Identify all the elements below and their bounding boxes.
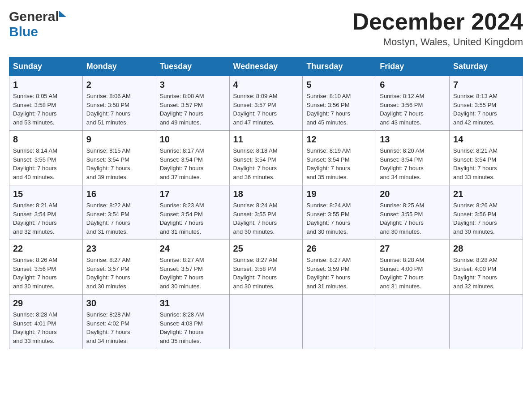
day-number: 25 [233, 244, 299, 254]
calendar-cell: 31Sunrise: 8:28 AMSunset: 4:03 PMDayligh… [156, 295, 229, 349]
calendar-week-row: 1Sunrise: 8:05 AMSunset: 3:58 PMDaylight… [9, 76, 523, 131]
day-info: Sunrise: 8:28 AMSunset: 4:02 PMDaylight:… [86, 310, 152, 345]
day-info: Sunrise: 8:21 AMSunset: 3:54 PMDaylight:… [13, 201, 79, 236]
calendar-header-saturday: Saturday [450, 57, 523, 76]
day-number: 17 [160, 189, 226, 199]
day-number: 23 [86, 244, 152, 254]
day-info: Sunrise: 8:27 AMSunset: 3:58 PMDaylight:… [233, 256, 299, 291]
day-number: 4 [233, 80, 299, 90]
calendar-cell: 14Sunrise: 8:21 AMSunset: 3:54 PMDayligh… [450, 131, 523, 185]
day-info: Sunrise: 8:17 AMSunset: 3:54 PMDaylight:… [160, 146, 226, 181]
calendar-cell: 26Sunrise: 8:27 AMSunset: 3:59 PMDayligh… [303, 240, 376, 295]
calendar-cell: 2Sunrise: 8:06 AMSunset: 3:58 PMDaylight… [82, 76, 156, 131]
calendar-cell: 24Sunrise: 8:27 AMSunset: 3:57 PMDayligh… [156, 240, 229, 295]
calendar-cell [376, 295, 450, 349]
day-info: Sunrise: 8:27 AMSunset: 3:59 PMDaylight:… [306, 256, 372, 291]
day-info: Sunrise: 8:20 AMSunset: 3:54 PMDaylight:… [380, 146, 446, 181]
day-number: 14 [453, 134, 519, 145]
day-info: Sunrise: 8:24 AMSunset: 3:55 PMDaylight:… [306, 201, 372, 236]
day-number: 16 [86, 189, 152, 199]
calendar-week-row: 29Sunrise: 8:28 AMSunset: 4:01 PMDayligh… [9, 295, 523, 349]
day-number: 10 [160, 134, 226, 145]
calendar-header-sunday: Sunday [9, 57, 83, 76]
calendar-cell: 9Sunrise: 8:15 AMSunset: 3:54 PMDaylight… [82, 131, 156, 185]
day-number: 31 [160, 298, 226, 308]
day-info: Sunrise: 8:27 AMSunset: 3:57 PMDaylight:… [86, 256, 152, 291]
calendar-cell: 21Sunrise: 8:26 AMSunset: 3:56 PMDayligh… [450, 185, 523, 240]
logo-blue-text: Blue [9, 24, 38, 39]
day-number: 12 [306, 134, 372, 145]
day-number: 19 [306, 189, 372, 199]
calendar-cell: 19Sunrise: 8:24 AMSunset: 3:55 PMDayligh… [303, 185, 376, 240]
day-info: Sunrise: 8:25 AMSunset: 3:55 PMDaylight:… [380, 201, 446, 236]
calendar-cell: 5Sunrise: 8:10 AMSunset: 3:56 PMDaylight… [303, 76, 376, 131]
day-number: 15 [13, 189, 79, 199]
day-number: 27 [380, 244, 446, 254]
day-info: Sunrise: 8:26 AMSunset: 3:56 PMDaylight:… [453, 201, 519, 236]
calendar-cell: 28Sunrise: 8:28 AMSunset: 4:00 PMDayligh… [450, 240, 523, 295]
calendar-week-row: 15Sunrise: 8:21 AMSunset: 3:54 PMDayligh… [9, 185, 523, 240]
calendar-cell: 3Sunrise: 8:08 AMSunset: 3:57 PMDaylight… [156, 76, 229, 131]
day-number: 30 [86, 298, 152, 308]
day-info: Sunrise: 8:05 AMSunset: 3:58 PMDaylight:… [13, 92, 79, 127]
day-info: Sunrise: 8:12 AMSunset: 3:56 PMDaylight:… [380, 92, 446, 127]
day-number: 2 [86, 80, 152, 90]
day-info: Sunrise: 8:23 AMSunset: 3:54 PMDaylight:… [160, 201, 226, 236]
calendar-cell: 12Sunrise: 8:19 AMSunset: 3:54 PMDayligh… [303, 131, 376, 185]
day-info: Sunrise: 8:24 AMSunset: 3:55 PMDaylight:… [233, 201, 299, 236]
day-info: Sunrise: 8:08 AMSunset: 3:57 PMDaylight:… [160, 92, 226, 127]
page-header: General Blue December 2024 Mostyn, Wales… [9, 9, 523, 48]
day-number: 22 [13, 244, 79, 254]
calendar-header-friday: Friday [376, 57, 450, 76]
logo-general-text: General [9, 9, 59, 24]
calendar-cell: 8Sunrise: 8:14 AMSunset: 3:55 PMDaylight… [9, 131, 83, 185]
day-info: Sunrise: 8:28 AMSunset: 4:03 PMDaylight:… [160, 310, 226, 345]
calendar-cell: 16Sunrise: 8:22 AMSunset: 3:54 PMDayligh… [82, 185, 156, 240]
calendar-cell: 18Sunrise: 8:24 AMSunset: 3:55 PMDayligh… [229, 185, 303, 240]
day-info: Sunrise: 8:14 AMSunset: 3:55 PMDaylight:… [13, 146, 79, 181]
calendar-cell: 23Sunrise: 8:27 AMSunset: 3:57 PMDayligh… [82, 240, 156, 295]
calendar-cell: 11Sunrise: 8:18 AMSunset: 3:54 PMDayligh… [229, 131, 303, 185]
day-info: Sunrise: 8:10 AMSunset: 3:56 PMDaylight:… [306, 92, 372, 127]
calendar-header-thursday: Thursday [303, 57, 376, 76]
day-info: Sunrise: 8:22 AMSunset: 3:54 PMDaylight:… [86, 201, 152, 236]
day-info: Sunrise: 8:28 AMSunset: 4:00 PMDaylight:… [380, 256, 446, 291]
logo-arrow-icon [59, 11, 66, 17]
day-number: 26 [306, 244, 372, 254]
calendar-cell: 15Sunrise: 8:21 AMSunset: 3:54 PMDayligh… [9, 185, 83, 240]
day-info: Sunrise: 8:26 AMSunset: 3:56 PMDaylight:… [13, 256, 79, 291]
month-title: December 2024 [352, 9, 523, 34]
day-number: 13 [380, 134, 446, 145]
calendar-header-row: SundayMondayTuesdayWednesdayThursdayFrid… [9, 57, 523, 76]
day-number: 11 [233, 134, 299, 145]
calendar-cell: 13Sunrise: 8:20 AMSunset: 3:54 PMDayligh… [376, 131, 450, 185]
calendar-cell: 7Sunrise: 8:13 AMSunset: 3:55 PMDaylight… [450, 76, 523, 131]
calendar-cell: 20Sunrise: 8:25 AMSunset: 3:55 PMDayligh… [376, 185, 450, 240]
day-number: 9 [86, 134, 152, 145]
day-number: 5 [306, 80, 372, 90]
day-number: 21 [453, 189, 519, 199]
calendar-cell: 1Sunrise: 8:05 AMSunset: 3:58 PMDaylight… [9, 76, 83, 131]
day-info: Sunrise: 8:09 AMSunset: 3:57 PMDaylight:… [233, 92, 299, 127]
day-info: Sunrise: 8:13 AMSunset: 3:55 PMDaylight:… [453, 92, 519, 127]
day-number: 7 [453, 80, 519, 90]
calendar-week-row: 22Sunrise: 8:26 AMSunset: 3:56 PMDayligh… [9, 240, 523, 295]
calendar-cell: 17Sunrise: 8:23 AMSunset: 3:54 PMDayligh… [156, 185, 229, 240]
day-number: 1 [13, 80, 79, 90]
calendar-header-monday: Monday [82, 57, 156, 76]
day-number: 6 [380, 80, 446, 90]
calendar-cell: 29Sunrise: 8:28 AMSunset: 4:01 PMDayligh… [9, 295, 83, 349]
day-number: 24 [160, 244, 226, 254]
calendar-header-tuesday: Tuesday [156, 57, 229, 76]
day-info: Sunrise: 8:27 AMSunset: 3:57 PMDaylight:… [160, 256, 226, 291]
calendar-cell [303, 295, 376, 349]
day-info: Sunrise: 8:18 AMSunset: 3:54 PMDaylight:… [233, 146, 299, 181]
day-info: Sunrise: 8:28 AMSunset: 4:00 PMDaylight:… [453, 256, 519, 291]
day-number: 8 [13, 134, 79, 145]
location-text: Mostyn, Wales, United Kingdom [352, 36, 523, 48]
day-number: 28 [453, 244, 519, 254]
calendar-cell: 22Sunrise: 8:26 AMSunset: 3:56 PMDayligh… [9, 240, 83, 295]
day-number: 20 [380, 189, 446, 199]
calendar-cell [450, 295, 523, 349]
calendar-cell: 25Sunrise: 8:27 AMSunset: 3:58 PMDayligh… [229, 240, 303, 295]
